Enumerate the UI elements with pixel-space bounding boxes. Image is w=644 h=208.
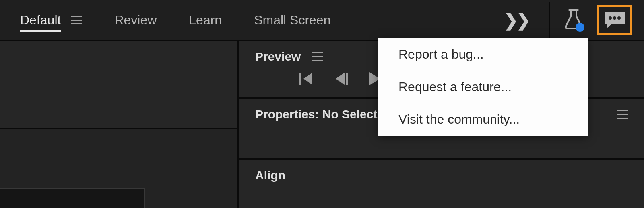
workspace-tab-review[interactable]: Review [114,9,157,32]
workspace-label: Small Screen [254,13,330,28]
align-panel: Align [239,158,644,208]
left-panel-upper [0,40,237,128]
feedback-button[interactable] [597,5,632,35]
panel-menu-icon[interactable] [617,110,628,119]
panel-menu-icon[interactable] [312,52,323,61]
svg-point-3 [617,16,621,20]
properties-title: Properties: No Selection [255,108,395,121]
menu-item-label: Request a feature... [398,80,512,94]
speech-bubble-icon [603,10,626,30]
workspace-label: Learn [189,13,222,28]
align-panel-header: Align [239,160,644,191]
workspace-tab-small-screen[interactable]: Small Screen [254,9,330,32]
left-panel-column [0,40,237,208]
top-right-controls: ❯❯ [496,0,632,40]
panel-inset [0,188,145,208]
svg-rect-4 [299,73,301,85]
menu-item-label: Report a bug... [398,47,484,61]
workspace-tab-learn[interactable]: Learn [189,9,222,32]
svg-marker-6 [336,73,345,85]
menu-item-request-feature[interactable]: Request a feature... [378,71,588,103]
panel-menu-icon[interactable] [71,16,82,24]
notification-dot-icon [576,23,584,32]
workspace-overflow-button[interactable]: ❯❯ [496,10,537,30]
go-to-start-button[interactable] [299,73,315,85]
preview-title: Preview [255,50,301,63]
step-back-button[interactable] [334,73,349,85]
workspace-label: Default [20,13,61,32]
workspace-tab-default[interactable]: Default [20,9,82,32]
feedback-popup-menu: Report a bug... Request a feature... Vis… [378,38,588,136]
divider [549,2,550,38]
menu-item-report-bug[interactable]: Report a bug... [378,38,588,71]
svg-marker-5 [303,73,312,85]
align-title: Align [255,169,285,182]
menu-item-label: Visit the community... [398,112,520,126]
svg-point-2 [613,16,616,20]
workspace-tabs: Default Review Learn Small Screen [20,9,330,32]
menu-item-visit-community[interactable]: Visit the community... [378,103,588,136]
workspace-label: Review [114,13,157,28]
workspace-bar: Default Review Learn Small Screen ❯❯ [0,0,644,40]
beta-features-button[interactable] [562,6,585,34]
svg-point-1 [609,16,612,20]
svg-rect-7 [346,73,348,85]
left-panel-lower [0,128,237,208]
